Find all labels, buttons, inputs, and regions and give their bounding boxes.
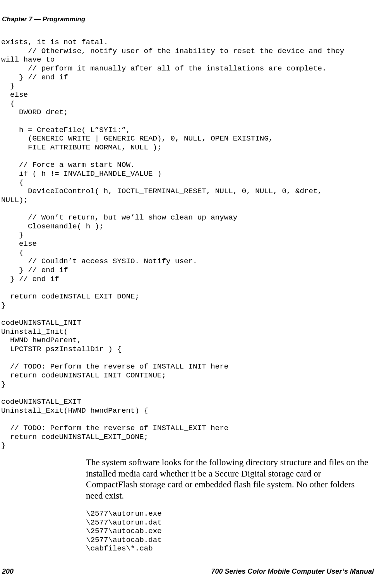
manual-title: 700 Series Color Mobile Computer User’s … xyxy=(211,567,374,576)
page-footer: 200 700 Series Color Mobile Computer Use… xyxy=(0,567,377,576)
header-separator: — xyxy=(32,15,42,23)
page-header: Chapter 7 — Programming xyxy=(0,15,377,38)
page-number: 200 xyxy=(2,567,14,576)
chapter-title: Programming xyxy=(43,15,86,23)
chapter-label: Chapter 7 xyxy=(2,15,32,23)
page: Chapter 7 — Programming exists, it is no… xyxy=(0,0,377,588)
file-list: \2577\autorun.exe \2577\autorun.dat \257… xyxy=(0,502,377,553)
body-paragraph: The system software looks for the follow… xyxy=(0,450,376,502)
code-block: exists, it is not fatal. // Otherwise, n… xyxy=(0,38,377,450)
